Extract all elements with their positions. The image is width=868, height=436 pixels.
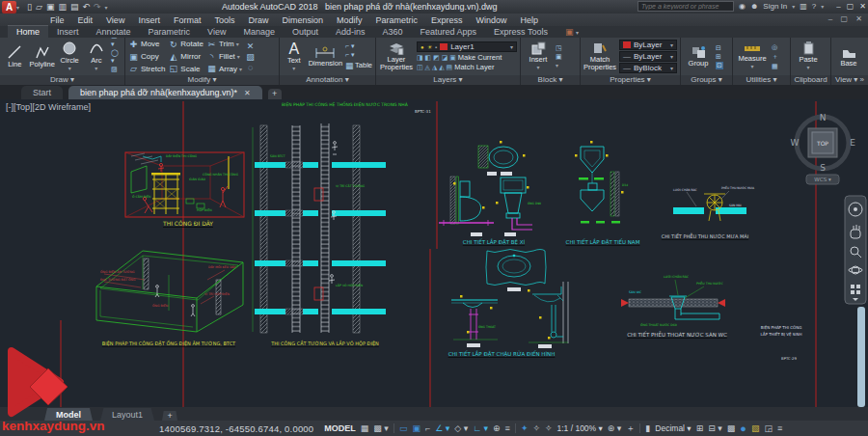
redo-icon[interactable]: ↷ (94, 2, 101, 12)
rectangle-icon[interactable]: ▭ ▾ (111, 38, 122, 48)
panel-label-annotation[interactable]: Annotation ▾ (280, 75, 375, 85)
ortho-icon[interactable]: ⌐ (425, 423, 430, 433)
autocad-logo-icon[interactable]: A (2, 1, 16, 14)
menu-edit[interactable]: Edit (71, 15, 100, 25)
scale-button[interactable]: ◱Scale (168, 63, 203, 74)
object-snap-tracking-icon[interactable]: ⊕ (493, 423, 501, 433)
undo-icon[interactable]: ↶ (82, 2, 90, 12)
panel-label-block[interactable]: Block ▾ (521, 75, 580, 85)
plot-icon[interactable]: ▤ (70, 2, 79, 12)
hatch-icon[interactable]: ▨ ▾ (111, 66, 122, 76)
panel-label-properties[interactable]: Properties ▾ (581, 75, 680, 85)
point-icon[interactable]: ＋ (772, 52, 778, 62)
graphics-performance-icon[interactable]: ● (740, 422, 746, 434)
panel-label-layers[interactable]: Layers ▾ (376, 75, 520, 85)
viewcube-south[interactable]: S (820, 163, 826, 173)
quick-select-icon[interactable]: ◎ (772, 43, 778, 51)
measure-button[interactable]: Measure ▾ (736, 39, 769, 74)
panel-label-draw[interactable]: Draw ▾ (0, 75, 124, 85)
tab-model[interactable]: Model (44, 408, 93, 421)
paste-button[interactable]: Paste ▾ (794, 39, 823, 74)
text-button[interactable]: A Text ▾ (283, 39, 306, 74)
annotation-scale-dropdown[interactable]: 1:1 / 100% ▾ (557, 423, 603, 433)
arc-button[interactable]: Arc ▾ (84, 39, 108, 74)
annotation-visibility-icon[interactable]: ✦ (521, 423, 529, 433)
layer-tools-icons[interactable]: ◨ ◧ ◩ ◪ ▣ (417, 54, 456, 62)
lineweight-dropdown[interactable]: —ByLayer▾ (619, 51, 677, 62)
quick-properties-icon[interactable]: ⊞ (696, 423, 704, 433)
menu-parametric[interactable]: Parametric (369, 15, 425, 25)
viewport-controls[interactable]: [-][Top][2D Wireframe] (6, 102, 91, 112)
match-layer-button[interactable]: Match Layer (454, 63, 494, 71)
panel-label-utilities[interactable]: Utilities ▾ (733, 75, 790, 85)
mirror-button[interactable]: ◭Mirror (168, 51, 203, 63)
tab-view[interactable]: View (199, 26, 234, 38)
menu-window[interactable]: Window (470, 15, 514, 25)
tab-start[interactable]: Start (21, 86, 63, 99)
viewcube[interactable]: N W E S TOP WCS ▾ (791, 113, 856, 184)
menu-insert[interactable]: Insert (131, 15, 167, 25)
annotation-monitor-icon[interactable]: ＋ (626, 422, 635, 435)
close-button[interactable]: ✕ (859, 2, 866, 11)
menu-dimension[interactable]: Dimension (275, 15, 330, 25)
insert-button[interactable]: Insert ▾ (524, 39, 553, 74)
new-layout-button[interactable]: + (162, 411, 177, 421)
workspace-gear-icon[interactable]: ⊛ ▾ (608, 423, 622, 433)
isodraft-icon[interactable]: ◇ ▾ (454, 423, 468, 433)
menu-draw[interactable]: Draw (241, 15, 275, 25)
panel-label-modify[interactable]: Modify ▾ (125, 75, 279, 85)
table-button[interactable]: ▦Table (345, 60, 372, 71)
menu-modify[interactable]: Modify (330, 15, 369, 25)
customize-menu-icon[interactable]: ≡ (777, 423, 782, 433)
isolate-icon[interactable]: ▩ (727, 423, 736, 433)
search-input[interactable] (637, 1, 734, 12)
layer-properties-button[interactable]: Layer Properties (379, 39, 414, 74)
circle-button[interactable]: Circle ▾ (58, 39, 82, 74)
help-caret-icon[interactable]: ▾ (821, 3, 824, 10)
app-menu-caret-icon[interactable]: ▾ (16, 4, 19, 11)
define-attributes-icon[interactable]: ▣ (556, 53, 562, 61)
tab-insert[interactable]: Insert (48, 26, 88, 38)
tab-close-icon[interactable]: ✕ (244, 89, 251, 97)
navigation-bar[interactable] (845, 196, 866, 407)
osnap-icon[interactable]: ∟ ▾ (473, 423, 488, 433)
wcs-dropdown[interactable]: WCS ▾ (814, 177, 831, 182)
search-icon[interactable]: ◉ (739, 2, 746, 11)
modify-more-icon[interactable]: ◌ (245, 63, 256, 72)
viewcube-west[interactable]: W (791, 138, 800, 148)
help-icon[interactable]: ? (812, 2, 816, 11)
menu-help[interactable]: Help (514, 15, 546, 25)
dynamic-input-icon[interactable]: ▣ (412, 423, 420, 433)
tab-featured-apps[interactable]: Featured Apps (412, 26, 486, 38)
fillet-button[interactable]: ◝Fillet ▾ (206, 51, 242, 63)
tab-annotate[interactable]: Annotate (88, 26, 140, 38)
stretch-button[interactable]: ▱Stretch (128, 63, 165, 74)
saveas-icon[interactable]: ▥ (58, 2, 67, 12)
scrollbar[interactable] (857, 307, 865, 407)
menu-file[interactable]: File (43, 15, 71, 25)
base-button[interactable]: Base (834, 39, 863, 74)
viewcube-north[interactable]: N (820, 113, 827, 123)
model-space-indicator[interactable]: MODEL (324, 423, 356, 433)
hardware-monitor-icon[interactable]: ⊟ ▾ (708, 423, 722, 433)
menu-view[interactable]: View (99, 15, 131, 25)
layer-dropdown[interactable]: ● ☀ ▪ Layer1 ▾ (417, 41, 517, 52)
lineweight-icon[interactable]: ≡ (505, 423, 510, 433)
ellipse-icon[interactable]: ◯ ▾ (111, 49, 122, 65)
match-properties-button[interactable]: Match Properties (583, 39, 616, 74)
calculator-icon[interactable]: ▦ (772, 63, 778, 70)
group-selection-icon[interactable]: ⊡ (716, 62, 723, 69)
annotation-scale-people-icon[interactable]: ✧ (545, 423, 553, 433)
linetype-dropdown[interactable]: —ByBlock▾ (619, 63, 677, 73)
tab-layout1[interactable]: Layout1 (100, 408, 154, 421)
restore-button[interactable]: ▢ (847, 2, 854, 11)
panel-label-view[interactable]: View ▾ » (831, 75, 868, 85)
polyline-button[interactable]: Polyline (30, 39, 55, 74)
layer-state-icons[interactable]: ◫ ◬ ◮ ◭ ▤ (417, 64, 452, 71)
tab-output[interactable]: Output (284, 26, 327, 38)
tab-parametric[interactable]: Parametric (140, 26, 200, 38)
new-drawing-tab-button[interactable]: + (268, 89, 282, 99)
copy-button[interactable]: ▣Copy (128, 51, 165, 63)
menu-tools[interactable]: Tools (207, 15, 241, 25)
document-window-controls[interactable]: – ▢ ✕ (828, 14, 865, 23)
